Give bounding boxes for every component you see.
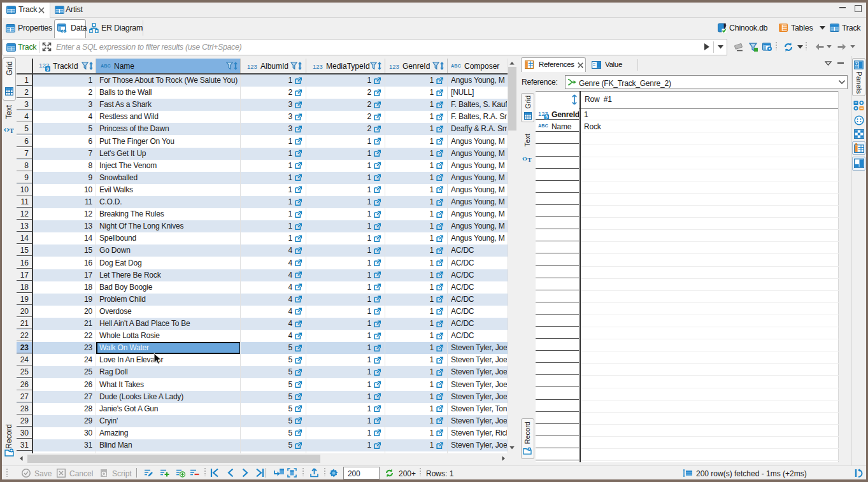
svg-text:T: T <box>527 157 532 163</box>
svg-text:T: T <box>10 127 14 134</box>
